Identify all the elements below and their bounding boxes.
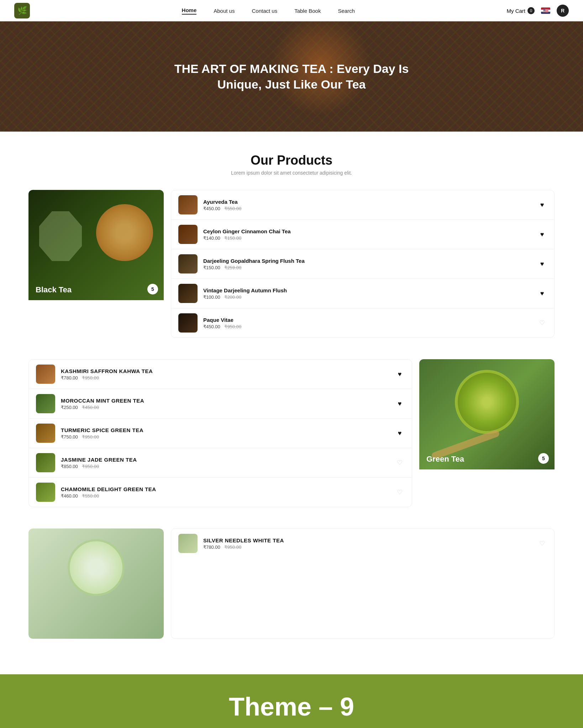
product-info: SILVER NEEDLES WHITE TEA ₹780.00 ₹950.00 (203, 537, 531, 550)
thumb-image (36, 365, 55, 384)
product-price: ₹750.00 ₹950.00 (61, 434, 389, 440)
product-name: SILVER NEEDLES WHITE TEA (203, 537, 531, 543)
wishlist-button[interactable]: ♥ (395, 399, 405, 409)
white-tea-image (28, 528, 164, 639)
product-price: ₹150.00 ₹259.00 (203, 265, 531, 270)
product-thumbnail (36, 394, 55, 413)
cart-badge: 0 (527, 7, 535, 14)
white-tea-product-list: SILVER NEEDLES WHITE TEA ₹780.00 ₹950.00… (171, 528, 555, 639)
product-thumbnail (178, 195, 198, 214)
wishlist-button[interactable]: ♡ (537, 538, 547, 548)
product-name: MOROCCAN MINT GREEN TEA (61, 398, 389, 404)
thumb-image (36, 483, 55, 502)
tea-leaves-illustration (39, 211, 82, 261)
nav-links: Home About us Contact us Table Book Sear… (182, 7, 355, 15)
wishlist-button[interactable]: ♥ (395, 428, 405, 438)
product-name: CHAMOMILE DELIGHT GREEN TEA (61, 486, 389, 492)
white-tea-card[interactable] (28, 528, 164, 639)
table-row: KASHMIRI SAFFRON KAHWA TEA ₹780.00 ₹950.… (29, 360, 412, 389)
hero-title: THE ART OF MAKING TEA : Every Day Is Uni… (167, 61, 416, 92)
product-name: JASMINE JADE GREEN TEA (61, 457, 389, 463)
black-tea-bg (28, 190, 164, 300)
table-row: CHAMOMILE DELIGHT GREEN TEA ₹460.00 ₹550… (29, 478, 412, 507)
product-price: ₹450.00 ₹550.00 (203, 206, 531, 211)
products-subtext: Lorem ipsum dolor sit amet consectetur a… (28, 170, 555, 176)
theme-label: Theme – 9 (229, 692, 354, 721)
hero-text: THE ART OF MAKING TEA : Every Day Is Uni… (167, 61, 416, 92)
product-info: KASHMIRI SAFFRON KAHWA TEA ₹780.00 ₹950.… (61, 368, 389, 381)
product-info: CHAMOMILE DELIGHT GREEN TEA ₹460.00 ₹550… (61, 486, 389, 499)
table-row: TURMERIC SPICE GREEN TEA ₹750.00 ₹950.00… (29, 419, 412, 448)
product-info: Ayurveda Tea ₹450.00 ₹550.00 (203, 199, 531, 211)
product-info: MOROCCAN MINT GREEN TEA ₹250.00 ₹450.00 (61, 398, 389, 410)
product-thumbnail (178, 313, 198, 333)
black-tea-card[interactable]: Black Tea 5 (28, 190, 164, 338)
products-section: Our Products Lorem ipsum dolor sit amet … (0, 132, 583, 674)
thumb-image (36, 424, 55, 443)
product-thumbnail (178, 225, 198, 244)
wishlist-button[interactable]: ♡ (537, 318, 547, 328)
product-name: Ayurveda Tea (203, 199, 531, 205)
nav-about[interactable]: About us (214, 8, 235, 14)
wishlist-button[interactable]: ♥ (537, 259, 547, 269)
green-tea-row: KASHMIRI SAFFRON KAHWA TEA ₹780.00 ₹950.… (28, 359, 555, 507)
product-thumbnail (36, 483, 55, 502)
product-price: ₹250.00 ₹450.00 (61, 405, 389, 410)
green-tea-product-list: KASHMIRI SAFFRON KAHWA TEA ₹780.00 ₹950.… (28, 359, 412, 507)
products-heading: Our Products (28, 153, 555, 168)
black-tea-product-list: Ayurveda Tea ₹450.00 ₹550.00 ♥ Ceylon Gi… (171, 190, 555, 338)
table-row: MOROCCAN MINT GREEN TEA ₹250.00 ₹450.00 … (29, 389, 412, 419)
language-flag[interactable]: 🇺🇸 (541, 7, 550, 14)
product-name: Vintage Darjeeling Autumn Flush (203, 287, 531, 293)
product-name: KASHMIRI SAFFRON KAHWA TEA (61, 368, 389, 374)
product-price: ₹450.00 ₹950.00 (203, 324, 531, 329)
nav-search[interactable]: Search (338, 8, 355, 14)
product-info: TURMERIC SPICE GREEN TEA ₹750.00 ₹950.00 (61, 427, 389, 440)
product-price: ₹460.00 ₹550.00 (61, 493, 389, 499)
green-tea-cup-illustration (455, 370, 519, 434)
white-tea-row: SILVER NEEDLES WHITE TEA ₹780.00 ₹950.00… (28, 528, 555, 639)
brand-logo[interactable]: 🌿 (14, 3, 30, 18)
product-thumbnail (36, 453, 55, 472)
nav-tablebook[interactable]: Table Book (294, 8, 321, 14)
table-row: Ceylon Ginger Cinnamon Chai Tea ₹140.00 … (171, 220, 554, 249)
thumb-image (36, 394, 55, 413)
wishlist-button[interactable]: ♡ (395, 458, 405, 468)
product-info: Vintage Darjeeling Autumn Flush ₹100.00 … (203, 287, 531, 300)
logo-icon: 🌿 (17, 6, 27, 15)
thumb-image (178, 284, 198, 303)
wishlist-button[interactable]: ♥ (537, 200, 547, 210)
product-price: ₹140.00 ₹150.00 (203, 235, 531, 241)
nav-right: My Cart 0 🇺🇸 R (507, 5, 569, 17)
product-price: ₹780.00 ₹950.00 (61, 375, 389, 381)
user-avatar[interactable]: R (557, 5, 569, 17)
green-tea-image: Green Tea 5 (419, 359, 555, 469)
wishlist-button[interactable]: ♥ (537, 288, 547, 298)
product-thumbnail (178, 254, 198, 273)
white-tea-bg (28, 528, 164, 639)
product-thumbnail (178, 534, 198, 553)
product-name: Paque Vitae (203, 317, 531, 323)
wishlist-button[interactable]: ♥ (537, 229, 547, 239)
thumb-image (178, 313, 198, 333)
product-info: Paque Vitae ₹450.00 ₹950.00 (203, 317, 531, 329)
product-price: ₹100.00 ₹200.00 (203, 294, 531, 300)
tea-cup-illustration (96, 204, 153, 261)
table-row: Paque Vitae ₹450.00 ₹950.00 ♡ (171, 308, 554, 338)
product-thumbnail (36, 424, 55, 443)
black-tea-image: Black Tea 5 (28, 190, 164, 300)
black-tea-badge: 5 (147, 284, 158, 294)
wishlist-button[interactable]: ♥ (395, 369, 405, 379)
products-header: Our Products Lorem ipsum dolor sit amet … (28, 153, 555, 176)
black-tea-label: Black Tea (36, 285, 72, 294)
product-info: Darjeeling Gopaldhara Spring Flush Tea ₹… (203, 258, 531, 270)
table-row: SILVER NEEDLES WHITE TEA ₹780.00 ₹950.00… (171, 529, 554, 558)
wishlist-button[interactable]: ♡ (395, 487, 405, 497)
table-row: Vintage Darjeeling Autumn Flush ₹100.00 … (171, 279, 554, 308)
green-tea-label: Green Tea (426, 455, 464, 464)
cart-button[interactable]: My Cart 0 (507, 7, 535, 14)
thumb-image (178, 195, 198, 214)
nav-home[interactable]: Home (182, 7, 197, 15)
nav-contact[interactable]: Contact us (252, 8, 277, 14)
green-tea-card[interactable]: Green Tea 5 (419, 359, 555, 507)
